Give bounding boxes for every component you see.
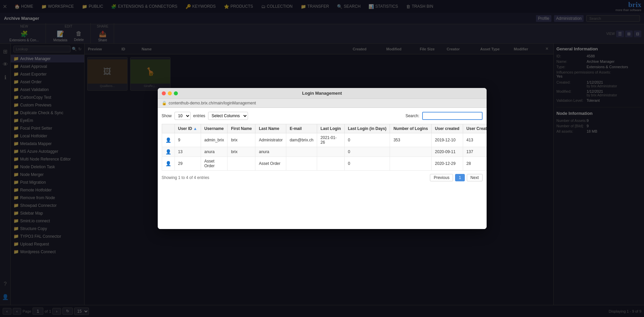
col-last_login_days[interactable]: Last Login (in Days) <box>344 124 390 133</box>
user-row-icon: 👤 <box>165 149 171 154</box>
cell-user_created_days: 137 <box>463 147 486 157</box>
modal-url: contenthub-demo.brix.ch/main/loginManage… <box>169 101 256 105</box>
cell-last_login_days: 0 <box>344 133 390 147</box>
cell-last_name: anura <box>255 147 286 157</box>
modal: Login Management 🔒 contenthub-demo.brix.… <box>158 88 487 229</box>
modal-overlay: Login Management 🔒 contenthub-demo.brix.… <box>0 0 644 317</box>
col-last_name[interactable]: Last Name <box>255 124 286 133</box>
cell-email <box>286 147 317 157</box>
cell-last_login <box>317 157 345 171</box>
col-user-icon <box>162 124 175 133</box>
cell-username: Asset Order <box>201 157 228 171</box>
pagination: Previous 1 Next <box>430 174 482 181</box>
cell-username: anura <box>201 147 228 157</box>
cell-last_login <box>317 147 345 157</box>
modal-maximize-button[interactable] <box>174 91 178 95</box>
cell-first_name: brix <box>228 147 255 157</box>
modal-close-button[interactable] <box>162 91 166 95</box>
table-row[interactable]: 👤29Asset OrderAsset Order02020-12-2928 <box>162 157 487 171</box>
cell-user_id: 13 <box>175 147 201 157</box>
user-row-icon: 👤 <box>165 161 171 166</box>
modal-search-label: Search: <box>405 114 419 118</box>
cell-last_name: Administrator <box>255 133 286 147</box>
col-first_name[interactable]: First Name <box>228 124 255 133</box>
cell-last_login_days: 0 <box>344 147 390 157</box>
cell-email <box>286 157 317 171</box>
cell-num_logins: 353 <box>390 133 432 147</box>
entries-suffix: entries <box>193 114 205 118</box>
col-email[interactable]: E-mail <box>286 124 317 133</box>
cell-user_created: 2020-12-29 <box>432 157 463 171</box>
user-row-icon: 👤 <box>165 137 171 143</box>
cell-user_id: 9 <box>175 133 201 147</box>
cell-last_name: Asset Order <box>255 157 286 171</box>
cell-first_name <box>228 157 255 171</box>
cell-email: dam@brix.ch <box>286 133 317 147</box>
next-btn[interactable]: Next <box>467 174 483 181</box>
col-user_created_days[interactable]: User Created (in Days) <box>463 124 486 133</box>
cell-num_logins <box>390 147 432 157</box>
col-user_created[interactable]: User created <box>432 124 463 133</box>
table-row[interactable]: 👤9admin_brixbrixAdministratordam@brix.ch… <box>162 133 487 147</box>
cell-user_created: 2019-12-10 <box>432 133 463 147</box>
show-label: Show <box>162 114 172 118</box>
cell-user_created: 2020-09-11 <box>432 147 463 157</box>
modal-entries-select[interactable]: 10 <box>175 112 191 120</box>
table-controls: Show 10 entries Select Columns Search: <box>162 112 483 120</box>
cell-num_logins <box>390 157 432 171</box>
page-current: 1 <box>455 174 465 181</box>
modal-columns-select[interactable]: Select Columns <box>208 112 248 120</box>
modal-table: User ID ▲UsernameFirst NameLast NameE-ma… <box>162 124 487 171</box>
table-footer-text: Showing 1 to 4 of 4 entries <box>162 175 209 180</box>
cell-user_created_days: 413 <box>463 133 486 147</box>
prev-btn[interactable]: Previous <box>430 174 453 181</box>
modal-minimize-button[interactable] <box>168 91 172 95</box>
lock-icon: 🔒 <box>162 101 167 105</box>
modal-search-input[interactable] <box>422 112 483 120</box>
col-num_logins[interactable]: Number of Logins <box>390 124 432 133</box>
cell-last_login_days: 0 <box>344 157 390 171</box>
modal-title: Login Management <box>302 91 342 96</box>
table-footer: Showing 1 to 4 of 4 entries Previous 1 N… <box>162 171 483 185</box>
traffic-lights <box>162 91 178 95</box>
table-row[interactable]: 👤13anurabrixanura02020-09-11137 <box>162 147 487 157</box>
cell-user_id: 29 <box>175 157 201 171</box>
modal-titlebar: Login Management <box>158 88 487 99</box>
cell-username: admin_brix <box>201 133 228 147</box>
modal-body: Show 10 entries Select Columns Search: U… <box>158 108 487 229</box>
cell-user_created_days: 28 <box>463 157 486 171</box>
col-user_id[interactable]: User ID ▲ <box>175 124 201 133</box>
col-last_login[interactable]: Last Login <box>317 124 345 133</box>
col-username[interactable]: Username <box>201 124 228 133</box>
cell-first_name: brix <box>228 133 255 147</box>
cell-last_login: 2021-01-26 <box>317 133 345 147</box>
modal-url-bar: 🔒 contenthub-demo.brix.ch/main/loginMana… <box>158 99 487 108</box>
